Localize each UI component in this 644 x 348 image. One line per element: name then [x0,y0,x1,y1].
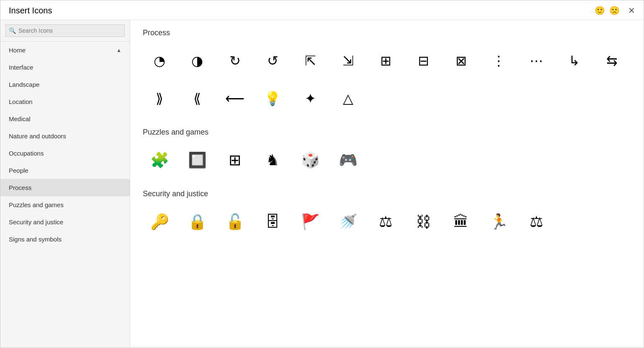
nav-item-label: Security and justice [9,218,63,226]
nav-item-label: Home [9,47,26,54]
sidebar-item-security-and-justice[interactable]: Security and justice [0,213,130,231]
dialog-body: 🔍 Home▲InterfaceLandscapeLocationMedical… [0,20,644,348]
sidebar-item-occupations[interactable]: Occupations [0,145,130,162]
sidebar: 🔍 Home▲InterfaceLandscapeLocationMedical… [0,20,130,348]
prison-icon[interactable]: 🏛 [444,205,478,239]
nav-list: Home▲InterfaceLandscapeLocationMedicalNa… [0,42,130,348]
lightbulb-arrow-icon[interactable]: 💡 [256,82,289,115]
maze-icon[interactable]: ⊞ [218,143,252,177]
key-icon[interactable]: 🔑 [143,205,176,239]
section-security: Security and justice🔑🔒🔓🗄🚩🚿⚖⛓🏛🏃⚖ [143,190,631,239]
sidebar-item-medical[interactable]: Medical [0,110,130,127]
sidebar-item-nature-and-outdoors[interactable]: Nature and outdoors [0,127,130,145]
handcuffs-icon[interactable]: ⛓ [407,205,440,239]
nav-item-label: Nature and outdoors [9,132,66,140]
puzzle-connected-icon[interactable]: 🔲 [180,143,214,177]
feedback-happy-icon[interactable]: 🙂 [595,5,605,16]
swap-arrows-icon[interactable]: ⇆ [595,44,629,78]
search-wrapper: 🔍 [5,24,125,37]
nav-item-label: Process [9,184,31,191]
nav-item-label: Interface [9,64,33,71]
search-box: 🔍 [0,20,130,42]
gavel-icon[interactable]: ⚖ [369,205,402,239]
refresh-arrows-icon[interactable]: ↻ [218,44,252,78]
icon-grid-security: 🔑🔒🔓🗄🚩🚿⚖⛓🏛🏃⚖ [143,205,631,239]
lock-closed-icon[interactable]: 🔒 [180,205,214,239]
arrow-flow-2-icon[interactable]: ⇲ [331,44,365,78]
scales-icon[interactable]: ⚖ [520,205,553,239]
title-bar: Insert Icons 🙂 🙁 ✕ [0,0,644,20]
search-icon: 🔍 [9,27,16,34]
chevrons-right-icon[interactable]: ⟫ [143,82,176,115]
running-icon[interactable]: 🏃 [482,205,515,239]
sidebar-item-interface[interactable]: Interface [0,59,130,76]
section-title-puzzles: Puzzles and games [143,128,631,137]
main-content: Process◔◑↻↺⇱⇲⊞⊟⊠⋮⋯↳⇆⟫⟪⟵💡✦△Puzzles and ga… [130,20,644,348]
people-hierarchy-icon[interactable]: ⋮ [482,44,515,78]
dialog-title: Insert Icons [9,6,52,16]
arrow-flow-1-icon[interactable]: ⇱ [294,44,327,78]
arrow-corner-icon[interactable]: ↳ [557,44,591,78]
sidebar-item-signs-and-symbols[interactable]: Signs and symbols [0,231,130,248]
counter-refresh-icon[interactable]: ↺ [256,44,289,78]
puzzle-piece-icon[interactable]: 🧩 [143,143,176,177]
close-button[interactable]: ✕ [628,5,635,16]
tap-icon[interactable]: 🚿 [331,205,365,239]
sidebar-item-location[interactable]: Location [0,93,130,110]
dice-icon[interactable]: 🎲 [294,143,327,177]
chevron-up-icon: ▲ [116,47,121,53]
sidebar-item-people[interactable]: People [0,162,130,179]
nav-item-label: Location [9,98,33,105]
section-title-security: Security and justice [143,190,631,198]
nav-item-label: Puzzles and games [9,201,64,208]
safe-icon[interactable]: 🗄 [256,205,289,239]
branch-right-icon[interactable]: ⋯ [520,44,553,78]
title-bar-right: 🙂 🙁 ✕ [595,5,635,16]
nav-item-label: Medical [9,115,31,122]
sidebar-item-landscape[interactable]: Landscape [0,76,130,93]
flag-icon[interactable]: 🚩 [294,205,327,239]
chess-knight-icon[interactable]: ♞ [256,143,289,177]
sidebar-item-process[interactable]: Process [0,179,130,196]
gamepad-icon[interactable]: 🎮 [331,143,365,177]
grid-process-icon[interactable]: ⊞ [369,44,402,78]
sidebar-item-home[interactable]: Home▲ [0,42,130,59]
nav-item-label: Occupations [9,150,44,157]
icon-grid-process: ◔◑↻↺⇱⇲⊞⊟⊠⋮⋯↳⇆⟫⟪⟵💡✦△ [143,44,631,115]
nav-item-label: Signs and symbols [9,236,62,243]
lock-open-icon[interactable]: 🔓 [218,205,252,239]
search-input[interactable] [5,24,125,37]
pyramid-up-icon[interactable]: △ [331,82,365,115]
nav-item-label: Landscape [9,81,39,88]
section-title-process: Process [143,29,631,37]
chevrons-left-icon[interactable]: ⟪ [180,82,214,115]
idea-star-icon[interactable]: ✦ [294,82,327,115]
insert-icons-dialog: Insert Icons 🙂 🙁 ✕ 🔍 Home▲InterfaceLands… [0,0,644,348]
partial-circle-2-icon[interactable]: ◑ [180,44,214,78]
nav-item-label: People [9,167,28,174]
hierarchy-icon[interactable]: ⊟ [407,44,440,78]
org-chart-people-icon[interactable]: ⊠ [444,44,478,78]
feedback-sad-icon[interactable]: 🙁 [609,5,620,16]
section-process: Process◔◑↻↺⇱⇲⊞⊟⊠⋮⋯↳⇆⟫⟪⟵💡✦△ [143,29,631,115]
icon-grid-puzzles: 🧩🔲⊞♞🎲🎮 [143,143,631,177]
partial-circle-1-icon[interactable]: ◔ [143,44,176,78]
circle-left-arrow-icon[interactable]: ⟵ [218,82,252,115]
section-puzzles: Puzzles and games🧩🔲⊞♞🎲🎮 [143,128,631,177]
sidebar-item-puzzles-and-games[interactable]: Puzzles and games [0,196,130,213]
